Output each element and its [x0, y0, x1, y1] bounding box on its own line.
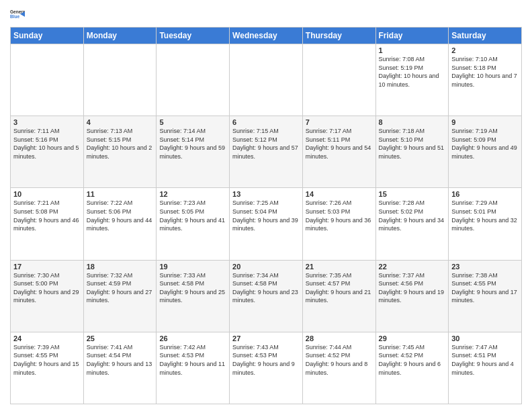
- day-info: Sunrise: 7:21 AM Sunset: 5:08 PM Dayligh…: [13, 199, 81, 232]
- day-info: Sunrise: 7:44 AM Sunset: 4:52 PM Dayligh…: [306, 343, 373, 377]
- day-number: 10: [13, 190, 81, 198]
- day-cell: 27Sunrise: 7:43 AM Sunset: 4:53 PM Dayli…: [230, 332, 303, 404]
- day-info: Sunrise: 7:23 AM Sunset: 5:05 PM Dayligh…: [159, 199, 226, 232]
- day-cell: 22Sunrise: 7:37 AM Sunset: 4:56 PM Dayli…: [375, 260, 449, 332]
- weekday-sunday: Sunday: [11, 28, 84, 44]
- day-cell: 21Sunrise: 7:35 AM Sunset: 4:57 PM Dayli…: [302, 260, 375, 332]
- day-number: 20: [232, 263, 300, 271]
- weekday-saturday: Saturday: [449, 28, 522, 44]
- day-number: 16: [451, 190, 519, 198]
- day-number: 5: [159, 118, 226, 126]
- day-number: 28: [306, 334, 373, 342]
- day-cell: 1Sunrise: 7:08 AM Sunset: 5:19 PM Daylig…: [375, 44, 449, 116]
- day-info: Sunrise: 7:15 AM Sunset: 5:12 PM Dayligh…: [232, 127, 300, 161]
- day-info: Sunrise: 7:42 AM Sunset: 4:53 PM Dayligh…: [159, 343, 226, 377]
- day-cell: [157, 44, 230, 116]
- day-info: Sunrise: 7:34 AM Sunset: 4:58 PM Dayligh…: [232, 271, 300, 305]
- day-cell: 4Sunrise: 7:13 AM Sunset: 5:15 PM Daylig…: [83, 116, 157, 188]
- day-cell: [302, 44, 375, 116]
- day-number: 4: [87, 118, 154, 126]
- day-cell: 17Sunrise: 7:30 AM Sunset: 5:00 PM Dayli…: [11, 260, 84, 332]
- day-info: Sunrise: 7:28 AM Sunset: 5:02 PM Dayligh…: [379, 199, 446, 232]
- day-info: Sunrise: 7:32 AM Sunset: 4:59 PM Dayligh…: [87, 271, 154, 305]
- day-cell: 15Sunrise: 7:28 AM Sunset: 5:02 PM Dayli…: [375, 188, 449, 260]
- weekday-wednesday: Wednesday: [230, 28, 303, 44]
- day-cell: 8Sunrise: 7:18 AM Sunset: 5:10 PM Daylig…: [375, 116, 449, 188]
- weekday-friday: Friday: [375, 28, 449, 44]
- day-cell: 9Sunrise: 7:19 AM Sunset: 5:09 PM Daylig…: [449, 116, 522, 188]
- day-cell: 25Sunrise: 7:41 AM Sunset: 4:54 PM Dayli…: [83, 332, 157, 404]
- day-number: 27: [232, 334, 300, 342]
- week-row-1: 3Sunrise: 7:11 AM Sunset: 5:16 PM Daylig…: [11, 116, 522, 188]
- day-number: 7: [306, 118, 373, 126]
- day-number: 17: [13, 263, 81, 271]
- day-cell: [83, 44, 157, 116]
- day-number: 30: [451, 334, 519, 342]
- day-info: Sunrise: 7:22 AM Sunset: 5:06 PM Dayligh…: [87, 199, 154, 232]
- day-info: Sunrise: 7:18 AM Sunset: 5:10 PM Dayligh…: [379, 127, 446, 161]
- day-cell: 2Sunrise: 7:10 AM Sunset: 5:18 PM Daylig…: [449, 44, 522, 116]
- day-number: 13: [232, 190, 300, 198]
- day-cell: 3Sunrise: 7:11 AM Sunset: 5:16 PM Daylig…: [11, 116, 84, 188]
- day-cell: 19Sunrise: 7:33 AM Sunset: 4:58 PM Dayli…: [157, 260, 230, 332]
- day-number: 11: [87, 190, 154, 198]
- day-cell: 26Sunrise: 7:42 AM Sunset: 4:53 PM Dayli…: [157, 332, 230, 404]
- day-cell: [11, 44, 84, 116]
- day-number: 18: [87, 263, 154, 271]
- week-row-3: 17Sunrise: 7:30 AM Sunset: 5:00 PM Dayli…: [11, 260, 522, 332]
- day-cell: 20Sunrise: 7:34 AM Sunset: 4:58 PM Dayli…: [230, 260, 303, 332]
- day-number: 3: [13, 118, 81, 126]
- day-cell: 28Sunrise: 7:44 AM Sunset: 4:52 PM Dayli…: [302, 332, 375, 404]
- day-cell: 11Sunrise: 7:22 AM Sunset: 5:06 PM Dayli…: [83, 188, 157, 260]
- day-info: Sunrise: 7:33 AM Sunset: 4:58 PM Dayligh…: [159, 271, 226, 305]
- day-number: 26: [159, 334, 226, 342]
- day-number: 2: [451, 46, 519, 54]
- day-number: 21: [306, 263, 373, 271]
- day-cell: 14Sunrise: 7:26 AM Sunset: 5:03 PM Dayli…: [302, 188, 375, 260]
- day-number: 22: [379, 263, 446, 271]
- day-info: Sunrise: 7:19 AM Sunset: 5:09 PM Dayligh…: [451, 127, 519, 161]
- day-number: 29: [379, 334, 446, 342]
- day-cell: 24Sunrise: 7:39 AM Sunset: 4:55 PM Dayli…: [11, 332, 84, 404]
- logo: General Blue: [10, 7, 25, 21]
- day-info: Sunrise: 7:11 AM Sunset: 5:16 PM Dayligh…: [13, 127, 81, 161]
- day-info: Sunrise: 7:41 AM Sunset: 4:54 PM Dayligh…: [87, 343, 154, 377]
- day-cell: [230, 44, 303, 116]
- day-info: Sunrise: 7:26 AM Sunset: 5:03 PM Dayligh…: [306, 199, 373, 232]
- day-cell: 18Sunrise: 7:32 AM Sunset: 4:59 PM Dayli…: [83, 260, 157, 332]
- week-row-4: 24Sunrise: 7:39 AM Sunset: 4:55 PM Dayli…: [11, 332, 522, 404]
- weekday-header-row: SundayMondayTuesdayWednesdayThursdayFrid…: [11, 28, 522, 44]
- day-cell: 29Sunrise: 7:45 AM Sunset: 4:52 PM Dayli…: [375, 332, 449, 404]
- day-info: Sunrise: 7:08 AM Sunset: 5:19 PM Dayligh…: [379, 55, 446, 89]
- day-cell: 23Sunrise: 7:38 AM Sunset: 4:55 PM Dayli…: [449, 260, 522, 332]
- day-cell: 10Sunrise: 7:21 AM Sunset: 5:08 PM Dayli…: [11, 188, 84, 260]
- day-info: Sunrise: 7:47 AM Sunset: 4:51 PM Dayligh…: [451, 343, 519, 377]
- day-info: Sunrise: 7:30 AM Sunset: 5:00 PM Dayligh…: [13, 271, 81, 305]
- day-cell: 30Sunrise: 7:47 AM Sunset: 4:51 PM Dayli…: [449, 332, 522, 404]
- week-row-2: 10Sunrise: 7:21 AM Sunset: 5:08 PM Dayli…: [11, 188, 522, 260]
- day-number: 6: [232, 118, 300, 126]
- day-info: Sunrise: 7:17 AM Sunset: 5:11 PM Dayligh…: [306, 127, 373, 161]
- day-info: Sunrise: 7:25 AM Sunset: 5:04 PM Dayligh…: [232, 199, 300, 232]
- day-info: Sunrise: 7:38 AM Sunset: 4:55 PM Dayligh…: [451, 271, 519, 305]
- day-info: Sunrise: 7:35 AM Sunset: 4:57 PM Dayligh…: [306, 271, 373, 305]
- svg-text:Blue: Blue: [10, 14, 19, 19]
- day-number: 8: [379, 118, 446, 126]
- day-number: 24: [13, 334, 81, 342]
- day-number: 19: [159, 263, 226, 271]
- day-cell: 12Sunrise: 7:23 AM Sunset: 5:05 PM Dayli…: [157, 188, 230, 260]
- logo-icon: General Blue: [10, 7, 25, 21]
- weekday-tuesday: Tuesday: [157, 28, 230, 44]
- day-info: Sunrise: 7:10 AM Sunset: 5:18 PM Dayligh…: [451, 55, 519, 89]
- day-cell: 16Sunrise: 7:29 AM Sunset: 5:01 PM Dayli…: [449, 188, 522, 260]
- day-number: 25: [87, 334, 154, 342]
- weekday-monday: Monday: [83, 28, 157, 44]
- day-info: Sunrise: 7:14 AM Sunset: 5:14 PM Dayligh…: [159, 127, 226, 161]
- day-cell: 6Sunrise: 7:15 AM Sunset: 5:12 PM Daylig…: [230, 116, 303, 188]
- day-number: 12: [159, 190, 226, 198]
- day-number: 14: [306, 190, 373, 198]
- day-number: 15: [379, 190, 446, 198]
- day-info: Sunrise: 7:39 AM Sunset: 4:55 PM Dayligh…: [13, 343, 81, 377]
- week-row-0: 1Sunrise: 7:08 AM Sunset: 5:19 PM Daylig…: [11, 44, 522, 116]
- day-cell: 13Sunrise: 7:25 AM Sunset: 5:04 PM Dayli…: [230, 188, 303, 260]
